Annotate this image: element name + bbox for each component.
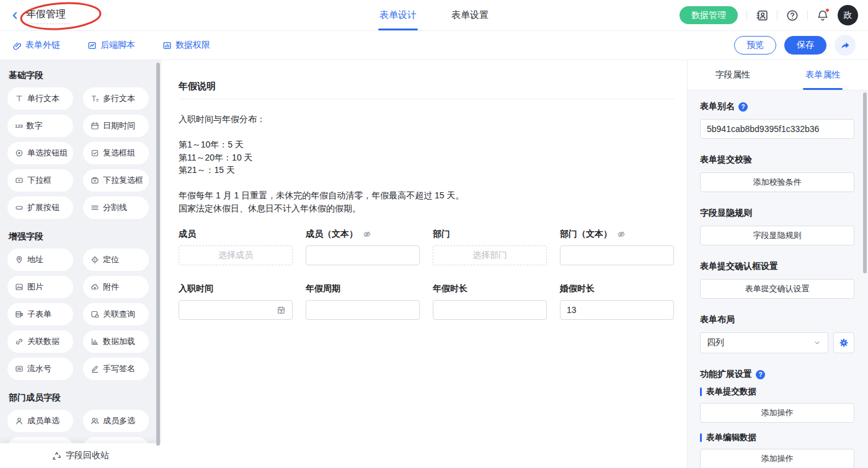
panel-action-button[interactable]: 字段显隐规则 <box>700 226 854 245</box>
text-input[interactable] <box>306 245 420 265</box>
location-icon <box>91 255 99 264</box>
sidebar-field-grid: 单行文本多行文本123数字日期时间单选按钮组复选框组下拉框下拉复选框扩展按钮分割… <box>7 87 154 219</box>
add-action-button[interactable]: 添加操作 <box>700 403 854 423</box>
contacts-icon[interactable] <box>756 9 768 22</box>
sidebar-item-label: 成员单选 <box>27 415 60 426</box>
sidebar-item-radio-group[interactable]: 单选按钮组 <box>7 142 73 164</box>
share-button[interactable] <box>835 35 856 56</box>
sidebar-item-label: 数据加载 <box>103 336 135 347</box>
sidebar-item-member-multi[interactable]: 成员多选 <box>83 410 149 432</box>
text-input[interactable]: 13 <box>560 300 674 320</box>
sidebar-item-member-single[interactable]: 成员单选 <box>7 410 73 432</box>
picker-input[interactable]: 选择部门 <box>433 245 547 265</box>
form-canvas: 年假说明 入职时间与年假分布： 第1～10年：5 天 第11～20年：10 天 … <box>161 60 687 468</box>
gear-icon <box>839 338 849 348</box>
text-input[interactable] <box>560 245 674 265</box>
sidebar-item-multi-line-text[interactable]: 多行文本 <box>83 87 149 110</box>
field-label: 年假周期 <box>306 283 340 294</box>
panel-action-button[interactable]: 添加校验条件 <box>700 172 854 192</box>
divider-icon <box>91 203 99 212</box>
data-manage-button[interactable]: 数据管理 <box>680 6 738 24</box>
main-tabs: 表单设计 表单设置 <box>378 0 490 30</box>
sidebar-item-number[interactable]: 123数字 <box>7 115 73 137</box>
top-bar: 年假管理 表单设计 表单设置 数据管理 政 <box>0 0 868 31</box>
sidebar-item-location[interactable]: 定位 <box>83 249 149 271</box>
sidebar-scrollbar[interactable] <box>156 63 160 446</box>
picker-input[interactable]: 选择成员 <box>179 245 293 265</box>
divider <box>807 11 808 20</box>
avatar[interactable]: 政 <box>838 5 858 25</box>
tab-form-settings[interactable]: 表单设置 <box>450 0 490 30</box>
sidebar-item-datetime[interactable]: 日期时间 <box>83 115 149 137</box>
sidebar-item-extend-button[interactable]: 扩展按钮 <box>7 196 73 219</box>
text-input[interactable] <box>306 300 420 320</box>
panel-section-label: 表单布局 <box>700 314 735 325</box>
description-divider <box>179 99 675 99</box>
sidebar-item-checkbox-group[interactable]: 复选框组 <box>83 142 149 164</box>
sidebar-item-multi-select[interactable]: 下拉复选框 <box>83 169 149 192</box>
sidebar-item-label: 单选按钮组 <box>27 148 68 159</box>
layout-settings-button[interactable] <box>833 332 854 353</box>
tab-form-properties[interactable]: 表单属性 <box>778 60 868 90</box>
text-input[interactable] <box>433 300 547 320</box>
canvas-field[interactable]: 部门（文本） <box>560 229 674 265</box>
panel-section: 字段显隐规则字段显隐规则 <box>700 208 854 245</box>
preview-button[interactable]: 预览 <box>734 36 776 55</box>
panel-section-label: 功能扩展设置 <box>700 369 752 380</box>
bell-icon[interactable] <box>817 9 829 22</box>
sidebar-item-single-line-text[interactable]: 单行文本 <box>7 87 73 110</box>
sidebar-item-select[interactable]: 下拉框 <box>7 169 73 192</box>
back-icon[interactable] <box>10 11 20 20</box>
sidebar-item-linked-query[interactable]: 关联查询 <box>83 303 149 325</box>
eye-off-icon <box>617 230 626 239</box>
help-badge-icon[interactable]: ? <box>756 370 765 379</box>
panel-action-button[interactable]: 表单提交确认设置 <box>700 279 854 299</box>
calendar-icon <box>277 306 286 315</box>
canvas-field[interactable]: 婚假时长13 <box>560 284 674 320</box>
description-widget-title[interactable]: 年假说明 <box>179 81 675 92</box>
sidebar-item-image[interactable]: 图片 <box>7 276 73 298</box>
form-alias-input[interactable]: 5b941cab8bd9395f1c332b36 <box>700 119 854 139</box>
sidebar-item-address[interactable]: 地址 <box>7 249 73 271</box>
checkbox-group-icon <box>91 149 99 157</box>
field-recycle-bin[interactable]: 字段回收站 <box>0 443 161 468</box>
toolbar-link[interactable]: 后端脚本 <box>87 40 135 51</box>
save-button[interactable]: 保存 <box>784 36 826 55</box>
form-layout-select[interactable]: 四列 <box>700 332 828 353</box>
sidebar-item-linked-data[interactable]: 关联数据 <box>7 330 73 353</box>
canvas-field[interactable]: 年假时长 <box>433 284 547 320</box>
data-load-icon <box>91 337 99 346</box>
sidebar-item-serial-number[interactable]: 流水号 <box>7 358 73 380</box>
add-action-button[interactable]: 添加操作 <box>700 449 854 468</box>
canvas-field[interactable]: 成员选择成员 <box>179 229 293 265</box>
sidebar-item-signature[interactable]: 手写签名 <box>83 358 149 380</box>
canvas-field[interactable]: 部门选择部门 <box>433 229 547 265</box>
sidebar-item-divider[interactable]: 分割线 <box>83 196 149 219</box>
canvas-field[interactable]: 年假周期 <box>306 284 420 320</box>
sidebar-item-label: 单行文本 <box>27 93 60 104</box>
sidebar-item-label: 图片 <box>27 281 43 293</box>
datetime-icon <box>91 121 99 130</box>
sidebar-item-subform[interactable]: 子表单 <box>7 303 73 325</box>
multi-select-icon <box>91 176 99 185</box>
canvas-field[interactable]: 成员（文本） <box>306 229 420 265</box>
toolbar-link-label: 后端脚本 <box>100 40 135 51</box>
help-icon[interactable] <box>786 9 799 22</box>
divider <box>746 11 747 20</box>
panel-section-label: 字段显隐规则 <box>700 208 752 219</box>
toolbar-link[interactable]: 数据权限 <box>162 40 210 51</box>
toolbar-link[interactable]: 表单外链 <box>12 40 60 51</box>
form-title-input[interactable]: 年假管理 <box>25 7 69 24</box>
tab-field-properties[interactable]: 字段属性 <box>688 60 778 90</box>
sidebar-item-data-load[interactable]: 数据加载 <box>83 330 149 353</box>
tab-form-design[interactable]: 表单设计 <box>378 0 418 30</box>
panel-scrollbar[interactable] <box>863 92 867 273</box>
properties-panel: 字段属性 表单属性 表单别名?5b941cab8bd9395f1c332b36表… <box>687 60 868 468</box>
form-description[interactable]: 入职时间与年假分布： 第1～10年：5 天 第11～20年：10 天 第21～：… <box>179 113 675 214</box>
panel-section: 功能扩展设置?表单提交数据添加操作表单编辑数据添加操作 <box>700 369 854 468</box>
help-badge-icon[interactable]: ? <box>738 102 748 112</box>
canvas-field[interactable]: 入职时间 <box>179 284 293 320</box>
sidebar-item-attachment[interactable]: 附件 <box>83 276 149 298</box>
panel-section: 表单提交校验添加校验条件 <box>700 155 854 192</box>
date-input[interactable] <box>179 300 293 320</box>
